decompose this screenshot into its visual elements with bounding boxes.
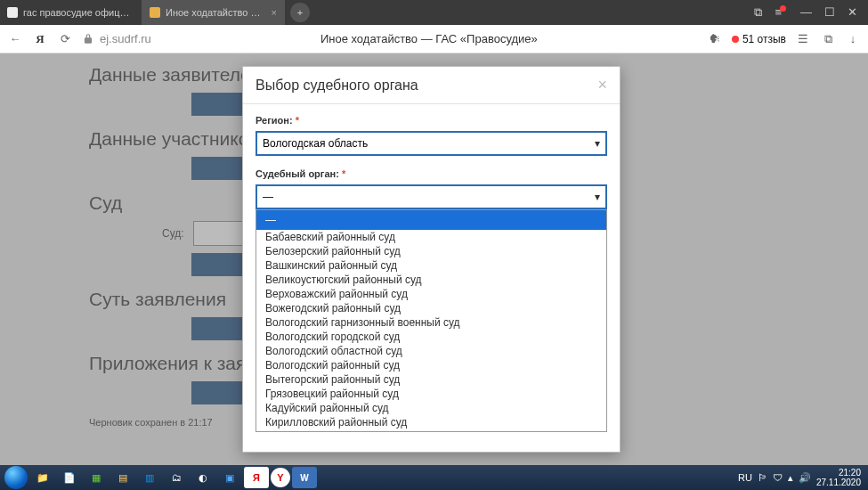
court-option[interactable]: Вашкинский районный суд xyxy=(256,258,606,273)
yandex-icon[interactable]: Я xyxy=(244,467,269,488)
tab-title: Иное ходатайство — ГА xyxy=(166,7,266,18)
excel-icon[interactable]: ▦ xyxy=(84,467,109,488)
folder-open-icon[interactable]: 🗂 xyxy=(164,467,189,488)
court-option[interactable]: Вологодский гарнизонный военный суд xyxy=(256,315,606,330)
close-icon[interactable]: × xyxy=(272,7,277,18)
tab-active[interactable]: Иное ходатайство — ГА × xyxy=(142,0,285,25)
word-icon[interactable]: W xyxy=(292,467,317,488)
court-option[interactable]: Грязовецкий районный суд xyxy=(256,387,606,401)
translate-icon[interactable]: 🗣 xyxy=(707,31,723,47)
libre-icon[interactable]: 📄 xyxy=(57,467,82,488)
tray-clock[interactable]: 21:20 27.11.2020 xyxy=(816,468,861,487)
tray-up-icon[interactable]: ▴ xyxy=(788,472,793,484)
calc-icon[interactable]: ▤ xyxy=(110,467,135,488)
minimize-icon[interactable]: — xyxy=(800,5,812,20)
extensions-icon[interactable]: ⧉ xyxy=(820,31,836,47)
back-button[interactable]: ← xyxy=(7,31,23,47)
region-label: Регион: * xyxy=(256,115,607,126)
close-window-icon[interactable]: ✕ xyxy=(848,5,857,20)
chevron-down-icon: ▾ xyxy=(595,191,600,203)
reviews-badge[interactable]: 51 отзыв xyxy=(732,33,786,45)
modal-title: Выбор судебного органа xyxy=(256,78,418,94)
url-text: ej.sudrf.ru xyxy=(100,32,151,45)
court-value: — xyxy=(263,191,273,203)
court-dropdown-list[interactable]: —Бабаевский районный судБелозерский райо… xyxy=(256,209,607,432)
menu-icon[interactable]: ≡ xyxy=(775,5,788,20)
tray-flag-icon[interactable]: 🏳 xyxy=(758,472,767,483)
court-option[interactable]: Вытегорский районный суд xyxy=(256,372,606,387)
region-select[interactable]: Вологодская область ▾ xyxy=(256,131,607,156)
bookmark-icon[interactable]: ☰ xyxy=(795,31,811,47)
yandex-home-button[interactable]: Я xyxy=(32,31,48,47)
court-option[interactable]: Белозерский районный суд xyxy=(256,244,606,258)
window-controls: ⧉ ≡ — ☐ ✕ xyxy=(743,5,868,20)
favicon-icon xyxy=(150,7,160,18)
chevron-down-icon: ▾ xyxy=(595,137,600,150)
court-label: Судебный орган: * xyxy=(256,168,607,179)
court-option[interactable]: Вологодский районный суд xyxy=(256,358,606,372)
app1-icon[interactable]: ▥ xyxy=(137,467,162,488)
download-icon[interactable]: ↓ xyxy=(845,31,861,47)
system-tray: RU 🏳 🛡 ▴ 🔊 21:20 27.11.2020 xyxy=(738,468,864,487)
maximize-icon[interactable]: ☐ xyxy=(824,5,835,20)
court-option[interactable]: Вологодский областной суд xyxy=(256,344,606,358)
tray-lang[interactable]: RU xyxy=(738,472,752,483)
court-option[interactable]: Кичменгско-Городецкий районный суд xyxy=(256,429,606,432)
court-option[interactable]: Бабаевский районный суд xyxy=(256,230,606,244)
court-option[interactable]: Кадуйский районный суд xyxy=(256,401,606,415)
court-option[interactable]: Вологодский городской суд xyxy=(256,330,606,344)
lock-icon xyxy=(82,33,94,45)
region-value: Вологодская область xyxy=(263,137,368,150)
tray-sound-icon[interactable]: 🔊 xyxy=(799,472,811,484)
start-button[interactable] xyxy=(4,467,28,488)
address-bar: ← Я ⟳ ej.sudrf.ru Иное ходатайство — ГАС… xyxy=(0,25,868,53)
chrome-icon[interactable]: ◐ xyxy=(191,467,215,488)
tray-shield-icon[interactable]: 🛡 xyxy=(773,472,783,483)
court-option[interactable]: Вожегодский районный суд xyxy=(256,301,606,315)
court-option[interactable]: Великоустюгский районный суд xyxy=(256,273,606,287)
court-select[interactable]: — ▾ xyxy=(256,184,607,209)
taskbar: 📁 📄 ▦ ▤ ▥ 🗂 ◐ ▣ Я Y W RU 🏳 🛡 ▴ 🔊 21:20 2… xyxy=(0,465,868,490)
modal-close-icon[interactable]: × xyxy=(597,76,607,94)
yandex-browser-icon[interactable]: Y xyxy=(271,468,290,487)
reload-button[interactable]: ⟳ xyxy=(57,31,73,47)
page-title: Иное ходатайство — ГАС «Правосудие» xyxy=(160,32,698,45)
browser-titlebar: гас правосудие официаль Иное ходатайство… xyxy=(0,0,868,25)
page-content: Данные заявителей ? Д Данные участников … xyxy=(0,53,868,465)
court-select-modal: Выбор судебного органа × Регион: * Волог… xyxy=(242,66,621,453)
favicon-icon xyxy=(7,7,18,18)
court-option[interactable]: Кирилловский районный суд xyxy=(256,415,606,429)
new-tab-button[interactable]: + xyxy=(290,3,310,22)
zoom-icon[interactable]: ▣ xyxy=(217,467,242,488)
explorer-icon[interactable]: 📁 xyxy=(30,467,55,488)
url-field[interactable]: ej.sudrf.ru xyxy=(82,32,151,45)
court-option[interactable]: — xyxy=(256,210,606,230)
court-option[interactable]: Верховажский районный суд xyxy=(256,287,606,301)
tab-background[interactable]: гас правосудие официаль xyxy=(0,0,142,25)
copy-icon[interactable]: ⧉ xyxy=(754,5,762,20)
tab-title: гас правосудие официаль xyxy=(23,7,134,18)
